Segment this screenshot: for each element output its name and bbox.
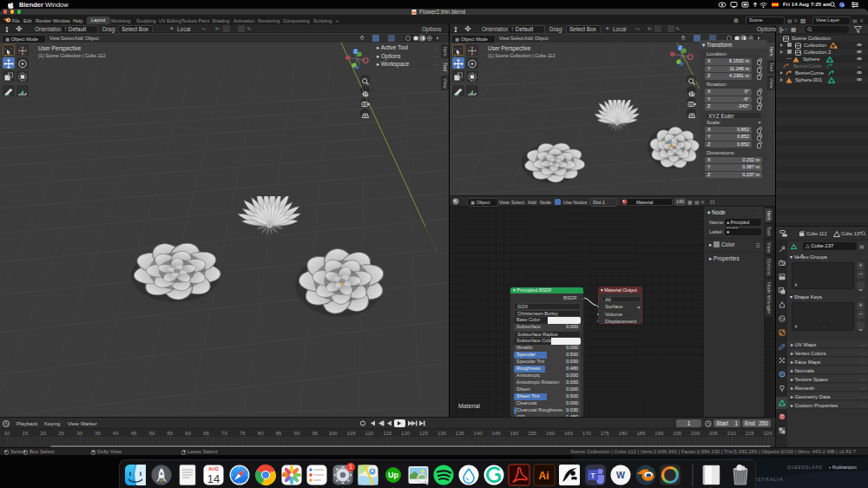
svg-text:14: 14 bbox=[207, 472, 220, 485]
svg-text:1: 1 bbox=[349, 464, 352, 470]
svg-text:W: W bbox=[616, 470, 625, 480]
svg-text:Up: Up bbox=[388, 471, 398, 479]
svg-text:Z: Z bbox=[354, 49, 357, 54]
svg-text:Rockhampton: Rockhampton bbox=[832, 465, 857, 470]
svg-text:QUEENSLAND: QUEENSLAND bbox=[787, 465, 823, 470]
svg-text:AUG: AUG bbox=[208, 466, 219, 472]
svg-text:T: T bbox=[590, 472, 595, 480]
svg-text:Ai: Ai bbox=[539, 470, 549, 482]
svg-text:Z: Z bbox=[679, 46, 681, 50]
